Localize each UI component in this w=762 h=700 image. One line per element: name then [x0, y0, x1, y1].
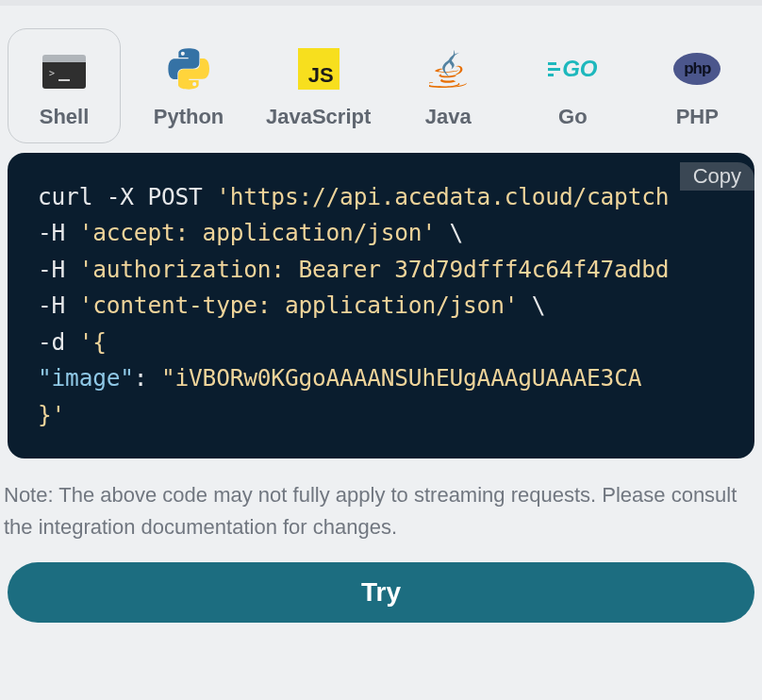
- code-text: -d: [38, 328, 79, 356]
- language-tabs: > Shell Python JS JavaScript: [0, 6, 762, 147]
- code-string: }': [38, 401, 65, 428]
- code-string: '{: [79, 328, 107, 356]
- tab-java[interactable]: Java: [391, 28, 505, 143]
- tab-label-java: Java: [425, 105, 472, 129]
- code-string: 'https://api.acedata.cloud/captch: [216, 183, 669, 210]
- tab-label-javascript: JavaScript: [266, 105, 371, 129]
- code-string: 'content-type: application/json': [79, 292, 519, 319]
- code-text: curl -X POST: [38, 183, 216, 210]
- tab-python[interactable]: Python: [132, 28, 245, 143]
- tab-php[interactable]: php PHP: [640, 28, 754, 143]
- code-string: "iVBORw0KGgoAAAANSUhEUgAAAgUAAAE3CA: [161, 364, 641, 392]
- tab-label-shell: Shell: [40, 105, 90, 129]
- code-string: 'authorization: Bearer 37d79dfff4c64f47a…: [79, 256, 670, 283]
- code-string: 'accept: application/json': [79, 219, 436, 246]
- tab-label-python: Python: [154, 105, 224, 129]
- code-text: \: [518, 292, 545, 319]
- code-text: \: [436, 219, 463, 246]
- note-text: Note: The above code may not fully apply…: [0, 458, 762, 543]
- code-text: -H: [38, 292, 79, 319]
- code-block: Copy curl -X POST 'https://api.acedata.c…: [8, 153, 754, 458]
- php-icon: php: [673, 50, 721, 88]
- java-icon: [424, 50, 472, 88]
- python-icon: [165, 50, 212, 88]
- tab-label-go: Go: [558, 105, 588, 129]
- go-icon: GO: [549, 50, 596, 88]
- javascript-icon: JS: [295, 50, 342, 88]
- code-key: "image": [38, 364, 134, 392]
- tab-shell[interactable]: > Shell: [8, 28, 121, 143]
- code-text: -H: [38, 219, 79, 246]
- tab-label-php: PHP: [676, 105, 719, 129]
- tab-javascript[interactable]: JS JavaScript: [257, 28, 380, 143]
- code-text: :: [134, 364, 161, 392]
- try-button[interactable]: Try: [8, 562, 754, 623]
- shell-icon: >: [41, 50, 88, 88]
- code-content: curl -X POST 'https://api.acedata.cloud/…: [8, 153, 754, 458]
- tab-go[interactable]: GO Go: [516, 28, 629, 143]
- code-text: -H: [38, 256, 79, 283]
- copy-button[interactable]: Copy: [680, 162, 754, 191]
